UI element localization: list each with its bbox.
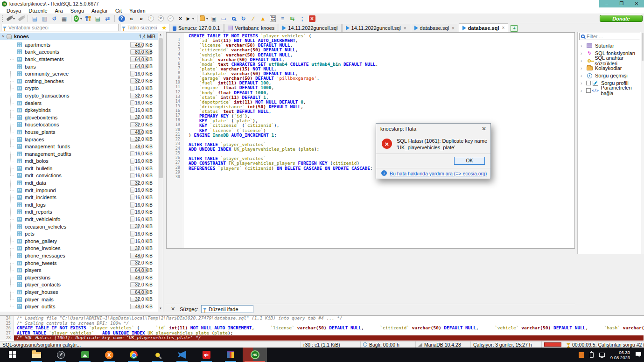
tree-node-mdt_bulletin[interactable]: mdt_bulletin16,0 KiB bbox=[0, 165, 158, 172]
tree-node-player_outfits[interactable]: player_outfits48,0 KiB bbox=[0, 303, 158, 310]
cancel-edit-button[interactable]: × bbox=[176, 14, 185, 23]
filter-close-icon[interactable]: ✕ bbox=[171, 306, 175, 312]
menu-ara[interactable]: Ara bbox=[51, 7, 67, 14]
tree-node-pets[interactable]: pets16,0 KiB bbox=[0, 230, 158, 237]
tree-node-apartments[interactable]: apartments48,0 KiB bbox=[0, 41, 158, 49]
minimize-button[interactable]: – bbox=[599, 0, 614, 7]
chevron-down-icon[interactable]: ˅ bbox=[0, 34, 7, 39]
database-tree[interactable]: ˅ knoes 1,4 MiB apartments48,0 KiBbank_a… bbox=[0, 32, 163, 312]
taskbar-winrar[interactable] bbox=[218, 348, 243, 362]
taskbar-xampp[interactable]: X bbox=[97, 348, 121, 362]
first-record-button[interactable]: « bbox=[127, 14, 136, 23]
taskbar-clock[interactable]: 06:309.08.2023 bbox=[610, 350, 630, 360]
wrap-button[interactable]: ≡ bbox=[278, 14, 287, 23]
tree-node-occasion_vehicles[interactable]: occasion_vehicles32,0 KiB bbox=[0, 223, 158, 230]
dialog-title-bar[interactable]: knoeslarp: Hata bbox=[376, 124, 490, 134]
monitor-button[interactable]: ▭ bbox=[219, 14, 228, 23]
scrollbar-thumb[interactable] bbox=[159, 38, 163, 178]
scroll-up-icon[interactable]: ▲ bbox=[158, 32, 163, 38]
chevron-down-icon[interactable] bbox=[206, 18, 209, 20]
start-button[interactable] bbox=[0, 348, 24, 362]
delete-record-button[interactable]: × bbox=[156, 14, 165, 23]
helper-item-parametreleri-ba-la[interactable]: ›</>Parametreleri bağla bbox=[578, 87, 644, 94]
tree-node-phone_messages[interactable]: phone_messages48,0 KiB bbox=[0, 252, 158, 259]
tree-node-players[interactable]: players64,0 KiB bbox=[0, 266, 158, 274]
add-record-button[interactable]: + bbox=[147, 14, 155, 23]
data-transfer-button[interactable]: ⇄ bbox=[103, 14, 112, 23]
tree-node-bans[interactable]: bans64,0 KiB bbox=[0, 63, 158, 70]
chevron-down-icon[interactable] bbox=[13, 18, 15, 20]
tree-node-player_mails[interactable]: player_mails32,0 KiB bbox=[0, 296, 158, 303]
tree-node-knoes[interactable]: ˅ knoes 1,4 MiB bbox=[0, 33, 158, 40]
chevron-right-icon[interactable]: › bbox=[581, 58, 586, 63]
warning-button[interactable]: ▲ bbox=[259, 14, 267, 23]
help-button[interactable]: ? bbox=[117, 14, 126, 23]
tree-node-mdt_reports[interactable]: mdt_reports16,0 KiB bbox=[0, 209, 158, 216]
tree-node-mdt_convictions[interactable]: mdt_convictions16,0 KiB bbox=[0, 172, 158, 180]
menu-düzenle[interactable]: Düzenle bbox=[25, 7, 51, 14]
tree-node-management_funds[interactable]: management_funds48,0 KiB bbox=[0, 143, 158, 150]
tree-node-phone_invoices[interactable]: phone_invoices32,0 KiB bbox=[0, 245, 158, 252]
tree-node-crypto[interactable]: crypto16,0 KiB bbox=[0, 85, 158, 92]
last-record-button[interactable]: » bbox=[137, 14, 146, 23]
tab-14-11-2022guncell-sql[interactable]: 14.11.2022guncell.sql× bbox=[342, 24, 410, 32]
chevron-right-icon[interactable]: › bbox=[581, 81, 586, 86]
refresh-button[interactable]: ↻ bbox=[74, 14, 83, 23]
taskbar-chrome[interactable] bbox=[121, 348, 146, 362]
paste-button[interactable]: ▥ bbox=[40, 14, 49, 23]
tree-node-dpkeybinds[interactable]: dpkeybinds16,0 KiB bbox=[0, 106, 158, 114]
helper-filter-input[interactable]: Filter ... bbox=[579, 33, 640, 40]
menu-sorgu[interactable]: Sorgu bbox=[67, 7, 88, 14]
tree-node-mdt_vehicleinfo[interactable]: mdt_vehicleinfo16,0 KiB bbox=[0, 216, 158, 223]
dialog-close-icon[interactable]: ✕ bbox=[482, 125, 486, 132]
new-tab-button[interactable]: + bbox=[511, 25, 518, 32]
tree-node-phone_tweets[interactable]: phone_tweets32,0 KiB bbox=[0, 259, 158, 267]
user-manager-button[interactable] bbox=[84, 14, 92, 23]
tree-node-gloveboxitems[interactable]: gloveboxitems32,0 KiB bbox=[0, 114, 158, 121]
chevron-right-icon[interactable]: › bbox=[581, 51, 586, 56]
chevron-right-icon[interactable]: › bbox=[581, 43, 586, 49]
tree-node-mdt_data[interactable]: mdt_data32,0 KiB bbox=[0, 179, 158, 187]
chevron-right-icon[interactable]: › bbox=[581, 88, 586, 93]
tree-node-community_service[interactable]: community_service16,0 KiB bbox=[0, 70, 158, 77]
taskbar-vscode[interactable] bbox=[170, 348, 194, 362]
helper-item-sorgu-ge-mi-i[interactable]: ›Sorgu geçmişi bbox=[578, 72, 644, 79]
notification-icon[interactable] bbox=[636, 352, 641, 357]
helper-item-s-tunlar[interactable]: ›Sütunlar bbox=[578, 42, 644, 49]
usb-icon[interactable] bbox=[590, 352, 594, 358]
tree-node-mdt_incidents[interactable]: mdt_incidents16,0 KiB bbox=[0, 194, 158, 201]
helper-item-sql-anahtar-s-zc-kleri[interactable]: ›SQL anahtar sözcükleri bbox=[578, 57, 644, 64]
close-button[interactable]: ✕ bbox=[629, 0, 644, 7]
toolbar-grip[interactable] bbox=[2, 15, 4, 22]
tab-sunucu-127-0-0-1[interactable]: Sunucu: 127.0.0.1 bbox=[169, 24, 224, 32]
taskbar-explorer[interactable] bbox=[24, 348, 49, 362]
favorites-star-icon[interactable]: ★ bbox=[161, 24, 167, 31]
database-filter-input[interactable]: Veritabanı süzgeci bbox=[1, 24, 119, 31]
reformat-button[interactable]: ⇆ bbox=[288, 14, 297, 23]
help-search-link[interactable]: Bu hata hakkında yardım ara (=> ecosia.o… bbox=[390, 171, 487, 176]
taskbar-image-editor[interactable] bbox=[73, 348, 97, 362]
chevron-down-icon[interactable] bbox=[80, 18, 83, 20]
tree-node-management_outfits[interactable]: management_outfits16,0 KiB bbox=[0, 150, 158, 158]
network-icon[interactable] bbox=[599, 353, 605, 357]
disconnect-button[interactable] bbox=[16, 14, 25, 23]
menu-araçlar[interactable]: Araçlar bbox=[88, 7, 112, 14]
checkbox[interactable] bbox=[586, 81, 591, 85]
tree-node-player_houses[interactable]: player_houses64,0 KiB bbox=[0, 288, 158, 296]
undo-button[interactable]: ↺ bbox=[50, 14, 59, 23]
tree-node-mdt_bolos[interactable]: mdt_bolos16,0 KiB bbox=[0, 158, 158, 165]
taskbar-heidisql[interactable]: HS bbox=[243, 348, 267, 362]
taskbar-search[interactable] bbox=[146, 348, 170, 362]
tree-node-bank_accounts[interactable]: bank_accounts80,0 KiB bbox=[0, 49, 158, 56]
tab-14-11-2022guncell-sql[interactable]: 14.11.2022guncell.sql bbox=[279, 24, 341, 32]
sql-log[interactable]: 24/* Loading file "C:\Users\ADMINI~1\App… bbox=[0, 315, 644, 341]
checkbox[interactable] bbox=[586, 88, 591, 93]
tree-node-crypto_transactions[interactable]: crypto_transactions32,0 KiB bbox=[0, 92, 158, 99]
close-icon[interactable]: × bbox=[502, 25, 504, 30]
scroll-down-icon[interactable]: ▼ bbox=[158, 306, 163, 312]
execute-button[interactable]: ► bbox=[186, 14, 195, 23]
taskbar-qb[interactable]: qb bbox=[194, 348, 218, 362]
open-file-button[interactable] bbox=[200, 14, 209, 23]
cleanup-button[interactable]: ∕ bbox=[249, 14, 258, 23]
tree-node-mdt_logs[interactable]: mdt_logs16,0 KiB bbox=[0, 201, 158, 209]
